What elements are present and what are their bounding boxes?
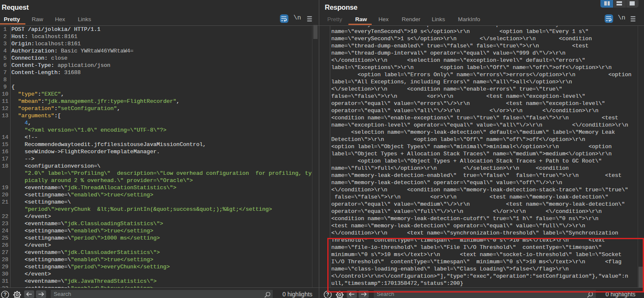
svg-text:?: ?	[3, 292, 7, 298]
svg-text:?: ?	[326, 292, 329, 298]
